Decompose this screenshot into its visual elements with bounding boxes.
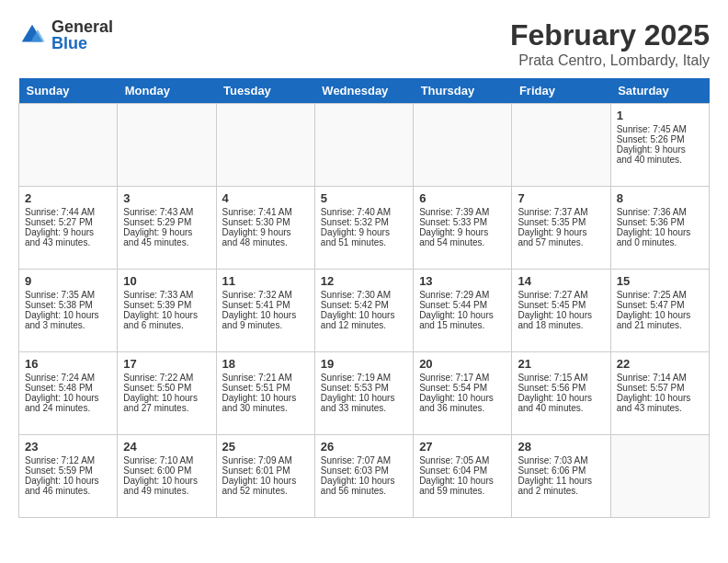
cell-info: Sunset: 5:42 PM [321,300,407,310]
calendar-cell: 5Sunrise: 7:40 AMSunset: 5:32 PMDaylight… [314,187,413,270]
calendar-cell: 8Sunrise: 7:36 AMSunset: 5:36 PMDaylight… [610,187,709,270]
cell-info: Daylight: 10 hours and 30 minutes. [222,393,309,413]
cell-info: Sunset: 5:48 PM [25,383,111,393]
cell-info: Sunset: 5:56 PM [518,383,604,393]
calendar-cell: 19Sunrise: 7:19 AMSunset: 5:53 PMDayligh… [314,352,413,435]
cell-info: Sunrise: 7:33 AM [123,290,210,300]
day-number: 14 [518,274,604,288]
cell-info: Daylight: 9 hours and 48 minutes. [222,227,309,247]
cell-info: Sunset: 5:45 PM [518,300,604,310]
cell-info: Sunrise: 7:19 AM [321,373,407,383]
cell-info: Sunset: 5:59 PM [25,465,111,476]
calendar-cell: 22Sunrise: 7:14 AMSunset: 5:57 PMDayligh… [610,352,709,435]
calendar-cell: 2Sunrise: 7:44 AMSunset: 5:27 PMDaylight… [19,187,118,270]
cell-info: Sunrise: 7:24 AM [25,373,111,383]
weekday-header: Friday [512,78,610,104]
cell-info: Sunset: 5:57 PM [617,383,703,393]
cell-info: Sunrise: 7:05 AM [419,455,506,465]
day-number: 27 [419,440,506,454]
calendar-cell: 20Sunrise: 7:17 AMSunset: 5:54 PMDayligh… [414,352,512,435]
calendar-cell: 3Sunrise: 7:43 AMSunset: 5:29 PMDaylight… [118,187,216,270]
logo-text: General Blue [51,18,113,52]
cell-info: Sunset: 6:03 PM [321,465,407,476]
cell-info: Daylight: 10 hours and 6 minutes. [123,310,210,330]
cell-info: Sunrise: 7:29 AM [419,290,506,300]
day-number: 28 [518,440,604,454]
cell-info: Sunset: 5:47 PM [617,300,703,310]
cell-info: Daylight: 10 hours and 46 minutes. [25,476,111,496]
cell-info: Daylight: 10 hours and 59 minutes. [419,476,506,496]
header: General Blue February 2025 Prata Centro,… [18,18,710,69]
cell-info: Sunrise: 7:39 AM [419,207,506,217]
calendar-cell: 18Sunrise: 7:21 AMSunset: 5:51 PMDayligh… [216,352,314,435]
calendar-cell [314,104,413,187]
cell-info: Sunset: 5:26 PM [617,134,703,144]
cell-info: Sunset: 5:41 PM [222,300,309,310]
calendar-cell [118,104,216,187]
day-number: 15 [617,274,703,288]
day-number: 3 [123,191,210,205]
logo-general: General [51,18,113,35]
cell-info: Sunset: 5:50 PM [123,383,210,393]
day-number: 6 [419,191,506,205]
calendar-cell: 26Sunrise: 7:07 AMSunset: 6:03 PMDayligh… [314,435,413,518]
cell-info: Sunset: 5:53 PM [321,383,407,393]
cell-info: Sunrise: 7:15 AM [518,373,604,383]
calendar-cell [512,104,610,187]
logo-blue: Blue [51,35,113,52]
cell-info: Sunrise: 7:35 AM [25,290,111,300]
calendar-cell: 6Sunrise: 7:39 AMSunset: 5:33 PMDaylight… [414,187,512,270]
day-number: 25 [222,440,309,454]
calendar-cell: 16Sunrise: 7:24 AMSunset: 5:48 PMDayligh… [19,352,118,435]
cell-info: Sunrise: 7:07 AM [321,455,407,465]
calendar-cell [610,435,709,518]
cell-info: Sunset: 5:38 PM [25,300,111,310]
cell-info: Sunset: 5:54 PM [419,383,506,393]
cell-info: Daylight: 9 hours and 40 minutes. [617,144,703,165]
cell-info: Daylight: 10 hours and 33 minutes. [321,393,407,413]
cell-info: Daylight: 10 hours and 3 minutes. [25,310,111,330]
cell-info: Daylight: 9 hours and 51 minutes. [321,227,407,247]
calendar-cell: 25Sunrise: 7:09 AMSunset: 6:01 PMDayligh… [216,435,314,518]
cell-info: Sunrise: 7:44 AM [25,207,111,217]
cell-info: Daylight: 9 hours and 45 minutes. [123,227,210,247]
cell-info: Daylight: 9 hours and 57 minutes. [518,227,604,247]
day-number: 12 [321,274,407,288]
cell-info: Daylight: 10 hours and 21 minutes. [617,310,703,330]
calendar-header: SundayMondayTuesdayWednesdayThursdayFrid… [19,78,710,104]
calendar-week-row: 9Sunrise: 7:35 AMSunset: 5:38 PMDaylight… [19,270,710,352]
main-title: February 2025 [510,18,710,52]
calendar-cell: 13Sunrise: 7:29 AMSunset: 5:44 PMDayligh… [414,270,512,352]
calendar-table: SundayMondayTuesdayWednesdayThursdayFrid… [18,78,710,518]
cell-info: Daylight: 10 hours and 12 minutes. [321,310,407,330]
calendar-cell: 12Sunrise: 7:30 AMSunset: 5:42 PMDayligh… [314,270,413,352]
calendar-cell: 9Sunrise: 7:35 AMSunset: 5:38 PMDaylight… [19,270,118,352]
cell-info: Daylight: 10 hours and 18 minutes. [518,310,604,330]
cell-info: Daylight: 9 hours and 43 minutes. [25,227,111,247]
day-number: 24 [123,440,210,454]
cell-info: Sunset: 5:32 PM [321,217,407,227]
calendar-cell: 23Sunrise: 7:12 AMSunset: 5:59 PMDayligh… [19,435,118,518]
cell-info: Sunrise: 7:41 AM [222,207,309,217]
cell-info: Sunrise: 7:45 AM [617,124,703,134]
calendar-cell: 24Sunrise: 7:10 AMSunset: 6:00 PMDayligh… [118,435,216,518]
day-number: 10 [123,274,210,288]
cell-info: Sunset: 6:04 PM [419,465,506,476]
day-number: 11 [222,274,309,288]
calendar-cell: 21Sunrise: 7:15 AMSunset: 5:56 PMDayligh… [512,352,610,435]
day-number: 9 [25,274,111,288]
day-number: 13 [419,274,506,288]
cell-info: Sunset: 5:29 PM [123,217,210,227]
cell-info: Daylight: 10 hours and 43 minutes. [617,393,703,413]
cell-info: Sunrise: 7:14 AM [617,373,703,383]
cell-info: Sunrise: 7:32 AM [222,290,309,300]
cell-info: Sunset: 5:51 PM [222,383,309,393]
cell-info: Daylight: 9 hours and 54 minutes. [419,227,506,247]
calendar-cell: 7Sunrise: 7:37 AMSunset: 5:35 PMDaylight… [512,187,610,270]
cell-info: Daylight: 10 hours and 27 minutes. [123,393,210,413]
cell-info: Sunrise: 7:40 AM [321,207,407,217]
calendar-cell: 11Sunrise: 7:32 AMSunset: 5:41 PMDayligh… [216,270,314,352]
weekday-header: Monday [118,78,216,104]
cell-info: Sunrise: 7:03 AM [518,455,604,465]
cell-info: Daylight: 10 hours and 52 minutes. [222,476,309,496]
